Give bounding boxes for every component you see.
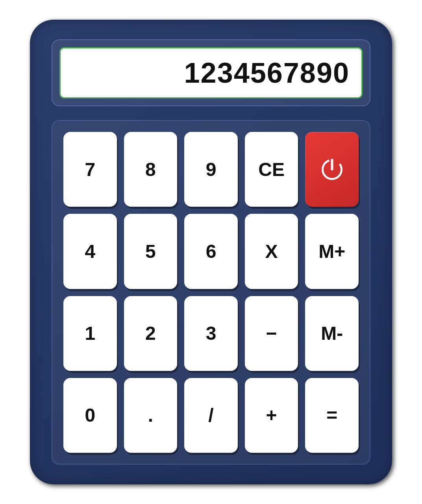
btn-mminus[interactable]: M- — [305, 296, 359, 371]
calculator: 1234567890 7 8 9 CE — [30, 20, 392, 484]
btn-equals[interactable]: = — [305, 378, 359, 453]
keypad-area: 7 8 9 CE 4 5 — [52, 120, 370, 465]
display: 1234567890 — [59, 47, 363, 98]
btn-add[interactable]: + — [245, 378, 298, 453]
btn-7[interactable]: 7 — [63, 132, 117, 207]
btn-power[interactable] — [305, 132, 359, 207]
btn-1[interactable]: 1 — [63, 296, 117, 371]
display-area: 1234567890 — [52, 39, 370, 106]
row-2: 4 5 6 X M+ — [63, 214, 359, 289]
btn-ce[interactable]: CE — [245, 132, 298, 207]
btn-decimal[interactable]: . — [124, 378, 178, 453]
row-4: 0 . / + = — [63, 378, 359, 453]
btn-subtract[interactable]: − — [245, 296, 298, 371]
btn-4[interactable]: 4 — [63, 214, 117, 289]
btn-5[interactable]: 5 — [124, 214, 178, 289]
btn-8[interactable]: 8 — [124, 132, 178, 207]
btn-mplus[interactable]: M+ — [305, 214, 359, 289]
power-icon — [319, 157, 345, 182]
btn-divide[interactable]: / — [184, 378, 238, 453]
row-1: 7 8 9 CE — [63, 132, 359, 207]
btn-6[interactable]: 6 — [184, 214, 238, 289]
btn-3[interactable]: 3 — [184, 296, 238, 371]
btn-2[interactable]: 2 — [124, 296, 178, 371]
row-3: 1 2 3 − M- — [63, 296, 359, 371]
display-value: 1234567890 — [184, 57, 350, 89]
btn-multiply[interactable]: X — [245, 214, 298, 289]
btn-9[interactable]: 9 — [184, 132, 238, 207]
btn-0[interactable]: 0 — [63, 378, 117, 453]
